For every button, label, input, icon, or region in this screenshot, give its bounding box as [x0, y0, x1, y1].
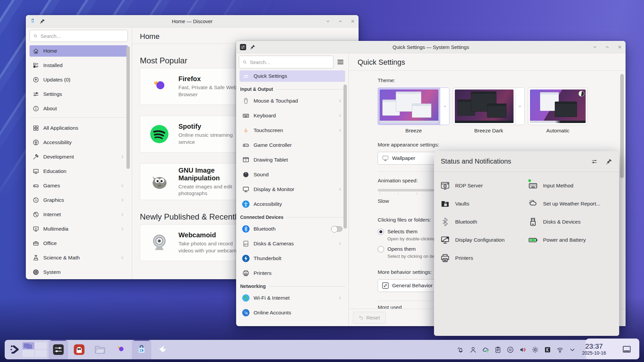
sidebar-item-bluetooth[interactable]: Bluetooth — [239, 223, 345, 235]
notifications-icon[interactable] — [457, 346, 465, 354]
minimize-button[interactable] — [325, 19, 330, 24]
sidebar-item-multimedia[interactable]: Multimedia — [30, 223, 128, 235]
sidebar-item-system[interactable]: System — [30, 266, 128, 278]
content-scrollbar[interactable] — [620, 74, 624, 178]
sidebar-item-updates[interactable]: Updates (0) — [30, 74, 128, 85]
sidebar-item-internet[interactable]: Internet — [30, 209, 128, 220]
task-ghostwriter[interactable] — [69, 340, 89, 359]
sidebar-item-label: All Applications — [43, 125, 78, 131]
popup-item-rdp-server[interactable]: RDP Server — [440, 177, 528, 195]
sidebar-scrollbar[interactable] — [126, 46, 130, 169]
sidebar-item-wifi-internet[interactable]: Wi-Fi & Internet — [239, 292, 345, 304]
maximize-button[interactable] — [605, 45, 610, 50]
virtual-desktop-pager[interactable] — [22, 342, 47, 357]
theme-preview-breeze[interactable] — [380, 89, 438, 123]
configure-icon[interactable] — [591, 158, 598, 165]
sidebar-scrollbar[interactable] — [343, 84, 347, 229]
sidebar-item-installed[interactable]: Installed — [30, 60, 128, 71]
clipboard-icon[interactable] — [494, 346, 502, 354]
wifi-icon[interactable] — [556, 346, 564, 354]
sidebar-item-display-monitor[interactable]: Display & Monitor — [239, 184, 345, 195]
sidebar-item-all-applications[interactable]: All Applications — [30, 122, 128, 134]
volume-icon[interactable] — [519, 346, 527, 354]
pin-icon[interactable] — [40, 18, 45, 24]
digital-clock[interactable]: 23:37 2025-10-16 — [576, 342, 612, 356]
popup-item-disks-devices[interactable]: Disks & Devices — [528, 213, 616, 231]
show-desktop-button[interactable] — [622, 345, 631, 353]
sidebar-item-about[interactable]: About — [30, 103, 128, 114]
popup-item-weather[interactable]: Set up Weather Report... — [528, 195, 616, 213]
education-icon — [33, 168, 39, 175]
pin-icon[interactable] — [250, 44, 256, 50]
task-dolphin[interactable] — [90, 340, 110, 359]
theme-preview-breeze-dark[interactable] — [455, 89, 514, 123]
reset-button[interactable]: Reset — [353, 312, 386, 324]
bluetooth-toggle[interactable] — [331, 226, 342, 232]
system-settings-titlebar[interactable]: Quick Settings — System Settings — [236, 41, 626, 53]
task-system-settings[interactable] — [49, 340, 68, 359]
pager-desktop-3[interactable] — [22, 350, 34, 357]
sidebar-item-education[interactable]: Education — [30, 166, 128, 177]
sidebar-item-drawing-tablet[interactable]: Drawing Tablet — [239, 154, 345, 166]
task-firefox[interactable] — [111, 340, 130, 359]
theme-breeze-dark-dropdown[interactable] — [515, 88, 524, 125]
sidebar-item-games[interactable]: Games — [30, 180, 128, 191]
theme-label: Theme: — [378, 77, 626, 85]
sidebar-item-settings[interactable]: Settings — [30, 88, 128, 100]
user-switcher-icon[interactable] — [469, 346, 477, 354]
close-button[interactable] — [350, 19, 355, 24]
popup-item-bluetooth[interactable]: Bluetooth — [440, 213, 528, 231]
theme-card-automatic[interactable]: Automatic — [528, 87, 588, 134]
sidebar-item-quick-settings[interactable]: Quick Settings — [239, 70, 345, 82]
popup-item-display-configuration[interactable]: Display Configuration — [440, 231, 528, 249]
settings-search[interactable] — [239, 56, 333, 68]
close-button[interactable] — [617, 45, 622, 50]
vaults-icon — [440, 199, 450, 209]
kate-icon[interactable] — [544, 346, 551, 354]
sidebar-item-mouse-touchpad[interactable]: Mouse & Touchpad — [239, 95, 345, 107]
sidebar-item-online-accounts[interactable]: Online Accounts — [239, 307, 345, 318]
popup-item-input-method[interactable]: Input Method — [528, 177, 616, 195]
discover-search-input[interactable] — [41, 33, 124, 39]
theme-card-breeze-dark[interactable]: Breeze Dark — [453, 87, 525, 134]
pager-desktop-1[interactable] — [22, 342, 34, 349]
application-launcher-button[interactable] — [9, 344, 21, 356]
pin-icon[interactable] — [606, 158, 612, 165]
sidebar-item-accessibility[interactable]: Accessibility — [239, 198, 345, 210]
sidebar-item-home[interactable]: Home — [30, 45, 128, 57]
maximize-button[interactable] — [338, 19, 343, 24]
sidebar-item-game-controller[interactable]: Game Controller — [239, 139, 345, 151]
sidebar-item-printers[interactable]: Printers — [239, 267, 345, 279]
hamburger-menu-icon[interactable] — [336, 58, 345, 66]
cloud-sync-icon[interactable] — [482, 346, 489, 354]
settings-search-input[interactable] — [250, 59, 330, 65]
task-discover[interactable] — [132, 340, 151, 359]
sidebar-item-keyboard[interactable]: Keyboard — [239, 110, 345, 121]
sidebar-item-science-math[interactable]: Science & Math — [30, 252, 128, 263]
theme-breeze-dropdown[interactable] — [440, 88, 449, 125]
sidebar-item-touchscreen[interactable]: Touchscreen — [239, 125, 345, 136]
tray-expander-chevron-icon[interactable] — [569, 346, 576, 354]
minimize-button[interactable] — [592, 45, 597, 50]
pager-desktop-4[interactable] — [35, 350, 47, 357]
popup-item-printers[interactable]: Printers — [440, 249, 528, 267]
media-pause-icon[interactable] — [506, 346, 514, 354]
theme-preview-automatic[interactable] — [530, 89, 586, 123]
radio-button-selected[interactable] — [378, 229, 384, 235]
sidebar-item-accessibility[interactable]: Accessibility — [30, 137, 128, 148]
popup-item-power-battery[interactable]: Power and Battery — [528, 231, 616, 249]
sidebar-item-graphics[interactable]: Graphics — [30, 194, 128, 206]
sidebar-item-thunderbolt[interactable]: Thunderbolt — [239, 253, 345, 264]
task-falkon[interactable] — [153, 340, 172, 359]
brightness-icon[interactable] — [531, 346, 539, 354]
sidebar-item-sound[interactable]: Sound — [239, 169, 345, 180]
discover-titlebar[interactable]: Home — Discover — [26, 15, 359, 27]
sidebar-item-disks-cameras[interactable]: Disks & Cameras — [239, 238, 345, 249]
theme-card-breeze[interactable]: Breeze — [378, 87, 449, 134]
pager-desktop-2[interactable] — [35, 342, 47, 349]
sidebar-item-development[interactable]: Development — [30, 151, 128, 163]
popup-item-vaults[interactable]: Vaults — [440, 195, 528, 213]
radio-button-unselected[interactable] — [378, 246, 384, 252]
discover-search[interactable] — [30, 30, 128, 42]
sidebar-item-office[interactable]: Office — [30, 238, 128, 249]
